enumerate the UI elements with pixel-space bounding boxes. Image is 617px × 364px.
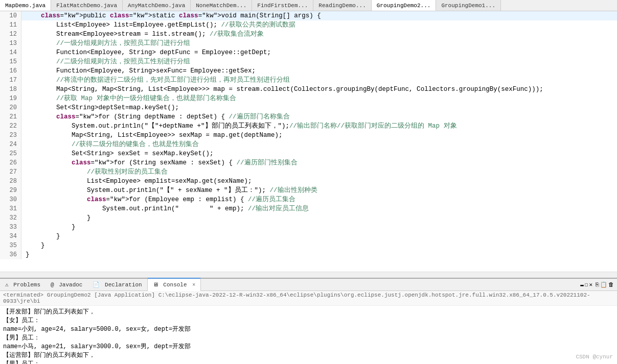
tab-groupingdemo1[interactable]: GroupingDemo1... — [436, 0, 501, 11]
line-content[interactable]: Map<String, Map<String, List<Employee>>>… — [21, 85, 543, 94]
code-line-29: 29 System.out.println("【" + sexName + "】… — [0, 186, 617, 195]
code-line-13: 13 //一级分组规则方法，按照员工部门进行分组 — [0, 39, 617, 48]
line-content[interactable]: } — [21, 250, 30, 259]
code-line-31: 31 System.out.println(" " + emp); //输出对应… — [0, 204, 617, 213]
line-content[interactable]: //二级分组规则方法，按照员工性别进行分组 — [21, 57, 190, 66]
line-number: 31 — [0, 204, 21, 213]
editor-area[interactable]: 10 class="kw">public class="kw">static c… — [0, 11, 617, 272]
line-content[interactable]: //将流中的数据进行二级分组，先对员工部门进行分组，再对员工性别进行分组 — [21, 76, 290, 85]
code-line-11: 11 List<Employee> list=Employee.getEmpLi… — [0, 20, 617, 30]
watermark: CSDN @cynur — [576, 354, 613, 360]
copy-icon[interactable]: ⎘ — [596, 282, 599, 288]
line-content[interactable]: Function<Employee, String>sexFunc= Emplo… — [21, 66, 256, 76]
line-number: 10 — [0, 11, 21, 20]
line-number: 18 — [0, 85, 21, 94]
bottom-panel: ⚠ Problems @ Javadoc 📄 Declaration 🖥 Con… — [0, 278, 617, 364]
line-number: 28 — [0, 177, 21, 186]
line-number: 15 — [0, 57, 21, 66]
line-number: 11 — [0, 20, 21, 30]
console-line: name=小马, age=21, salary=3000.0, sex=男, d… — [3, 343, 614, 351]
bottom-tab-bar: ⚠ Problems @ Javadoc 📄 Declaration 🖥 Con… — [0, 279, 617, 291]
console-line: 【开发部】部门的员工列表如下， — [3, 308, 614, 317]
line-number: 22 — [0, 122, 21, 131]
line-content[interactable]: class="kw">for (String sexName : sexSet)… — [21, 158, 298, 167]
line-content[interactable]: //一级分组规则方法，按照员工部门进行分组 — [21, 39, 190, 48]
line-content[interactable]: List<Employee> emplist=sexMap.get(sexNam… — [21, 177, 252, 186]
code-line-33: 33 } — [0, 223, 617, 232]
code-line-10: 10 class="kw">public class="kw">static c… — [0, 11, 617, 20]
javadoc-icon: @ — [51, 282, 54, 288]
code-line-22: 22 System.out.println("【"+deptName +"】部门… — [0, 122, 617, 131]
close-icon[interactable]: ✕ — [589, 281, 592, 288]
code-line-23: 23 Map<String, List<Employee>> sexMap = … — [0, 131, 617, 140]
line-content[interactable]: } — [21, 213, 91, 223]
code-line-18: 18 Map<String, Map<String, List<Employee… — [0, 85, 617, 94]
line-content[interactable]: Set<String> sexSet = sexMap.keySet(); — [21, 149, 214, 158]
line-content[interactable]: Map<String, List<Employee>> sexMap = map… — [21, 131, 283, 140]
line-number: 20 — [0, 103, 21, 112]
line-content[interactable]: } — [21, 223, 76, 232]
tab-anymatchdemo[interactable]: AnyMatchDemo.java — [123, 0, 191, 11]
code-line-16: 16 Function<Employee, String>sexFunc= Em… — [0, 66, 617, 76]
tab-declaration[interactable]: 📄 Declaration — [87, 279, 147, 291]
code-line-17: 17 //将流中的数据进行二级分组，先对员工部门进行分组，再对员工性别进行分组 — [0, 76, 617, 85]
code-line-28: 28 List<Employee> emplist=sexMap.get(sex… — [0, 177, 617, 186]
line-content[interactable]: class="kw">for (Employee emp : emplist) … — [21, 195, 295, 204]
tab-nonematchdemo[interactable]: NoneMatchDem... — [191, 0, 252, 11]
code-line-15: 15 //二级分组规则方法，按照员工性别进行分组 — [0, 57, 617, 66]
console-line: 【男】员工： — [3, 334, 614, 343]
code-line-36: 36} — [0, 250, 617, 259]
line-content[interactable]: System.out.println("【"+deptName +"】部门的员工… — [21, 122, 457, 131]
console-line: 【女】员工： — [3, 317, 614, 325]
horizontal-scrollbar[interactable] — [0, 272, 617, 278]
tab-groupingdemo2[interactable]: GroupingDemo2... — [372, 0, 437, 11]
tab-console[interactable]: 🖥 Console × — [147, 278, 201, 292]
console-output[interactable]: 【开发部】部门的员工列表如下，【女】员工： name=小刘, age=24, s… — [0, 306, 617, 364]
line-number: 32 — [0, 213, 21, 223]
line-content[interactable]: class="kw">public class="kw">static clas… — [21, 11, 321, 20]
line-number: 24 — [0, 140, 21, 149]
line-content[interactable]: List<Employee> list=Employee.getEmpList(… — [21, 20, 295, 30]
line-number: 35 — [0, 241, 21, 250]
declaration-icon: 📄 — [93, 282, 100, 288]
line-number: 34 — [0, 232, 21, 241]
line-number: 16 — [0, 66, 21, 76]
line-content[interactable]: Stream<Employee>stream = list.stream(); … — [21, 30, 264, 39]
console-header: <terminated> GroupingDemo2 [Java Applica… — [0, 291, 617, 306]
code-line-27: 27 //获取性别对应的员工集合 — [0, 167, 617, 177]
line-number: 27 — [0, 167, 21, 177]
code-line-32: 32 } — [0, 213, 617, 223]
line-content[interactable]: Function<Employee, String> deptFunc = Em… — [21, 48, 271, 57]
line-number: 25 — [0, 149, 21, 158]
code-line-21: 21 class="kw">for (String deptName : dep… — [0, 112, 617, 122]
problems-icon: ⚠ — [5, 282, 9, 288]
minimize-icon[interactable]: ▬ — [580, 282, 584, 288]
console-line: 【男】员工： — [3, 360, 614, 364]
clear-icon[interactable]: 🗑 — [608, 281, 614, 288]
line-content[interactable]: //获取性别对应的员工集合 — [21, 167, 168, 177]
line-number: 14 — [0, 48, 21, 57]
line-content[interactable]: class="kw">for (String deptName : deptSe… — [21, 112, 290, 122]
code-line-34: 34 } — [0, 232, 617, 241]
tab-findfirstdemo[interactable]: FindFirstDem... — [252, 0, 313, 11]
line-number: 23 — [0, 131, 21, 140]
line-content[interactable]: //获取 Map 对象中的一级分组键集合，也就是部门名称集合 — [21, 94, 236, 103]
code-line-35: 35 } — [0, 241, 617, 250]
code-line-19: 19 //获取 Map 对象中的一级分组键集合，也就是部门名称集合 — [0, 94, 617, 103]
tab-readingdemo[interactable]: ReadingDemo... — [313, 0, 371, 11]
console-line: 【运营部】部门的员工列表如下， — [3, 351, 614, 360]
line-content[interactable]: System.out.println(" " + emp); //输出对应员工信… — [21, 204, 309, 213]
line-content[interactable]: } — [21, 232, 60, 241]
paste-icon[interactable]: 📋 — [600, 281, 607, 288]
line-content[interactable]: Set<String>deptSet=map.keySet(); — [21, 103, 179, 112]
code-line-20: 20 Set<String>deptSet=map.keySet(); — [0, 103, 617, 112]
tab-flatmatchdemo[interactable]: FlatMatchDemo.java — [51, 0, 123, 11]
maximize-icon[interactable]: ☐ — [585, 281, 588, 288]
line-number: 21 — [0, 112, 21, 122]
line-content[interactable]: } — [21, 241, 45, 250]
line-content[interactable]: System.out.println("【" + sexName + "】员工：… — [21, 186, 317, 195]
tab-javadoc[interactable]: @ Javadoc — [45, 279, 87, 291]
line-content[interactable]: //获得二级分组的键集合，也就是性别集合 — [21, 140, 199, 149]
tab-problems[interactable]: ⚠ Problems — [0, 279, 45, 291]
tab-mapdemojava[interactable]: MapDemo.java — [0, 0, 51, 11]
